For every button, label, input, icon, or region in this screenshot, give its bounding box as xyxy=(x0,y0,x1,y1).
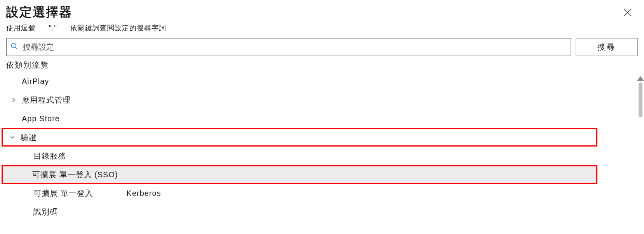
tree-item-label: 目錄服務 xyxy=(31,151,66,161)
subtitle-comma: "," xyxy=(49,24,57,32)
subtitle-prefix: 使用逗號 xyxy=(6,24,36,32)
close-icon xyxy=(622,12,633,19)
tree-item-label-part2: Kerberos xyxy=(124,189,161,198)
tree-item-label: 識別碼 xyxy=(31,207,58,217)
tree-item-extensible-sso[interactable]: 可擴展 單一登入 (SSO) xyxy=(2,165,597,184)
tree-item-label: 應用程式管理 xyxy=(19,95,71,105)
search-box[interactable] xyxy=(6,38,571,56)
tree-item-label-part1: 可擴展 單一登入 xyxy=(31,188,124,199)
tree-item-app-management[interactable]: 應用程式管理 xyxy=(4,91,644,109)
search-button[interactable]: 搜尋 xyxy=(576,38,638,56)
browse-by-category-label: 依類別流覽 xyxy=(0,58,644,72)
chevron-down-icon xyxy=(7,134,18,140)
scroll-up-arrow-icon xyxy=(637,76,644,81)
scroll-thumb[interactable] xyxy=(639,82,642,117)
search-icon xyxy=(10,42,23,52)
category-tree: AirPlay 應用程式管理 App Store 驗證 目錄服務 可擴展 單一登… xyxy=(0,72,644,221)
tree-item-label: 可擴展 單一登入 (SSO) xyxy=(30,169,118,180)
scrollbar[interactable] xyxy=(637,76,644,117)
svg-point-2 xyxy=(12,44,16,48)
svg-line-3 xyxy=(16,47,17,49)
tree-item-directory-service[interactable]: 目錄服務 xyxy=(4,147,644,165)
tree-item-label: 驗證 xyxy=(18,132,37,143)
page-title: 設定選擇器 xyxy=(6,4,638,21)
tree-item-identifier[interactable]: 識別碼 xyxy=(4,203,644,221)
close-button[interactable] xyxy=(622,7,633,19)
subtitle-suffix: 依關鍵詞查閱設定的搜尋字詞 xyxy=(70,24,166,32)
tree-item-app-store[interactable]: App Store xyxy=(4,109,644,128)
search-input[interactable] xyxy=(23,43,567,52)
tree-item-airplay[interactable]: AirPlay xyxy=(4,72,644,91)
page-subtitle: 使用逗號 "," 依關鍵詞查閱設定的搜尋字詞 xyxy=(6,23,638,33)
tree-item-authentication[interactable]: 驗證 xyxy=(2,128,597,147)
tree-item-extensible-sso-kerberos[interactable]: 可擴展 單一登入 Kerberos xyxy=(4,184,644,203)
tree-item-label: App Store xyxy=(19,114,60,123)
chevron-right-icon xyxy=(8,97,19,103)
tree-item-label: AirPlay xyxy=(19,77,49,86)
